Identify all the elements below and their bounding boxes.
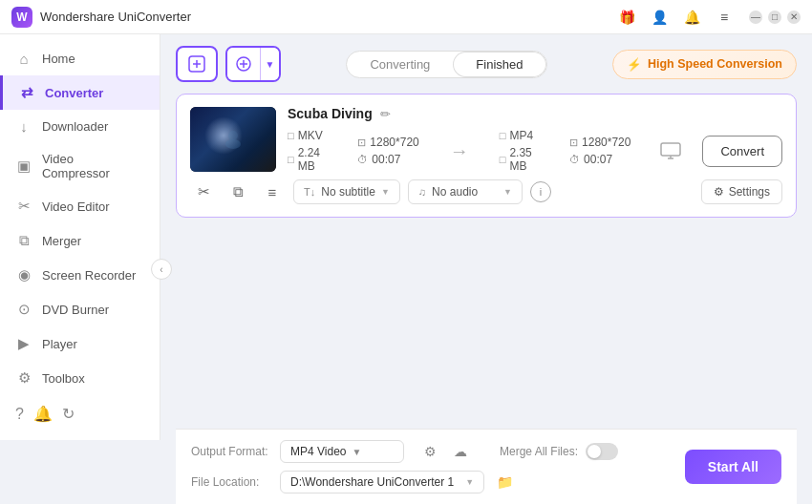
copy-icon[interactable]: ⧉ (224, 178, 251, 205)
tabs-container: Converting Finished (346, 51, 546, 78)
merge-row: Merge All Files: (500, 443, 618, 460)
sidebar-item-video-editor[interactable]: ✂ Video Editor (0, 189, 160, 223)
open-folder-button[interactable]: 📁 (492, 470, 517, 494)
format-cloud-icon[interactable]: ☁ (448, 439, 473, 464)
add-special-icon[interactable] (227, 48, 260, 80)
subtitle-text-icon: T↓ (304, 186, 315, 198)
bell-icon[interactable]: 🔔 (678, 4, 705, 31)
sidebar-item-converter[interactable]: ⇄ Converter (0, 75, 160, 110)
source-resolution: 1280*720 (370, 136, 418, 149)
sidebar-item-toolbox[interactable]: ⚙ Toolbox (0, 361, 160, 395)
output-format-icon: □ (500, 130, 506, 141)
file-name-row: Scuba Diving ✏ (288, 106, 782, 121)
source-extra-details: ⊡ 1280*720 ⏱ 00:07 (357, 136, 418, 166)
toolbox-icon: ⚙ (15, 369, 32, 387)
audio-selector[interactable]: ♫ No audio ▼ (408, 179, 523, 204)
screen-recorder-icon: ◉ (15, 266, 32, 284)
output-duration-icon: ⏱ (569, 154, 580, 165)
window-controls: — □ ✕ (749, 10, 801, 24)
close-button[interactable]: ✕ (787, 10, 801, 24)
source-format: MKV (298, 129, 323, 142)
output-size-item: □ 2.35 MB (500, 146, 550, 173)
notification-icon[interactable]: 🔔 (33, 405, 53, 423)
sidebar-wrapper: ⌂ Home ⇄ Converter ↓ Downloader ▣ Video … (0, 34, 160, 504)
file-details: □ MKV □ 2.24 MB ⊡ 1280*720 (288, 129, 782, 173)
downloader-icon: ↓ (15, 118, 32, 135)
list-icon[interactable]: ≡ (259, 178, 286, 205)
output-resolution: 1280*720 (582, 136, 630, 149)
merge-files-toggle[interactable] (586, 443, 618, 460)
output-resolution-icon: ⊡ (569, 136, 578, 149)
resolution-icon: ⊡ (357, 136, 366, 149)
converter-icon: ⇄ (18, 84, 35, 101)
high-speed-conversion-button[interactable]: ⚡ High Speed Conversion (612, 50, 797, 79)
settings-button[interactable]: ⚙ Settings (701, 179, 782, 204)
output-extra-details: ⊡ 1280*720 ⏱ 00:07 (569, 136, 630, 166)
content-area: ▼ Converting Finished ⚡ High Speed Conve… (160, 34, 812, 504)
file-name: Scuba Diving (288, 106, 373, 121)
merge-files-label: Merge All Files: (500, 445, 578, 458)
output-duration: 00:07 (584, 153, 612, 166)
svg-point-6 (225, 139, 241, 149)
audio-dropdown-arrow: ▼ (503, 187, 512, 197)
sidebar-item-home[interactable]: ⌂ Home (0, 42, 160, 75)
sidebar-item-screen-recorder[interactable]: ◉ Screen Recorder (0, 258, 160, 292)
app-logo: W (11, 7, 32, 28)
convert-button[interactable]: Convert (702, 136, 782, 167)
format-settings-icon[interactable]: ⚙ (417, 439, 442, 464)
maximize-button[interactable]: □ (768, 10, 781, 24)
sidebar-item-merger[interactable]: ⧉ Merger (0, 223, 160, 258)
minimize-button[interactable]: — (749, 10, 762, 24)
add-file-icon (187, 54, 206, 74)
subtitle-label: No subtitle (321, 185, 375, 199)
location-dropdown-arrow: ▼ (465, 477, 474, 487)
output-resolution-item: ⊡ 1280*720 (569, 136, 630, 149)
sidebar-item-video-compressor-label: Video Compressor (42, 152, 144, 180)
output-format-row: Output Format: MP4 Video ▼ ⚙ ☁ Merge All… (191, 439, 666, 464)
cut-icon[interactable]: ✂ (190, 178, 217, 205)
sidebar-item-dvd-burner-label: DVD Burner (42, 303, 109, 317)
subtitle-selector[interactable]: T↓ No subtitle ▼ (293, 179, 400, 204)
add-file-button[interactable] (176, 46, 218, 82)
duration-icon: ⏱ (357, 154, 368, 165)
bottom-bar: Output Format: MP4 Video ▼ ⚙ ☁ Merge All… (176, 429, 797, 504)
sidebar-item-home-label: Home (42, 52, 75, 66)
output-size: 2.35 MB (509, 146, 550, 173)
conversion-arrow: → (438, 140, 481, 162)
top-toolbar: ▼ Converting Finished ⚡ High Speed Conve… (176, 46, 797, 82)
start-all-button[interactable]: Start All (685, 450, 781, 484)
info-button[interactable]: i (530, 181, 551, 202)
sidebar-item-downloader[interactable]: ↓ Downloader (0, 110, 160, 143)
help-icon[interactable]: ? (15, 406, 24, 423)
merger-icon: ⧉ (15, 232, 32, 249)
source-size-item: □ 2.24 MB (288, 146, 338, 173)
output-details: □ MP4 □ 2.35 MB (500, 129, 550, 173)
tab-converting[interactable]: Converting (347, 52, 453, 77)
sidebar-item-dvd-burner[interactable]: ⊙ DVD Burner (0, 292, 160, 326)
menu-icon[interactable]: ≡ (711, 4, 737, 31)
add-options-dropdown-arrow[interactable]: ▼ (260, 48, 279, 80)
output-format-label: Output Format: (191, 445, 272, 458)
output-format-selector[interactable]: MP4 Video ▼ (280, 440, 404, 463)
screen-icon[interactable] (657, 137, 683, 164)
file-location-selector[interactable]: D:\Wondershare UniConverter 1 ▼ (280, 471, 484, 494)
video-compressor-icon: ▣ (15, 158, 32, 175)
file-location-row: File Location: D:\Wondershare UniConvert… (191, 470, 666, 494)
main-container: ⌂ Home ⇄ Converter ↓ Downloader ▣ Video … (0, 34, 812, 504)
user-icon[interactable]: 👤 (646, 4, 673, 31)
settings-gear-icon: ⚙ (714, 185, 724, 199)
add-with-options-button[interactable]: ▼ (225, 46, 281, 82)
gift-icon[interactable]: 🎁 (613, 4, 640, 31)
collapse-sidebar-button[interactable]: ‹ (151, 259, 172, 280)
sidebar-item-converter-label: Converter (45, 86, 103, 100)
lightning-icon: ⚡ (627, 57, 642, 72)
size-icon: □ (288, 154, 294, 165)
tab-finished[interactable]: Finished (453, 52, 545, 77)
edit-filename-icon[interactable]: ✏ (380, 107, 391, 121)
sidebar-item-video-compressor[interactable]: ▣ Video Compressor (0, 143, 160, 189)
sidebar-item-player-label: Player (42, 337, 77, 351)
sidebar-item-player[interactable]: ▶ Player (0, 326, 160, 361)
settings-label: Settings (729, 185, 770, 199)
refresh-icon[interactable]: ↻ (62, 405, 75, 423)
format-icon: □ (288, 130, 294, 141)
